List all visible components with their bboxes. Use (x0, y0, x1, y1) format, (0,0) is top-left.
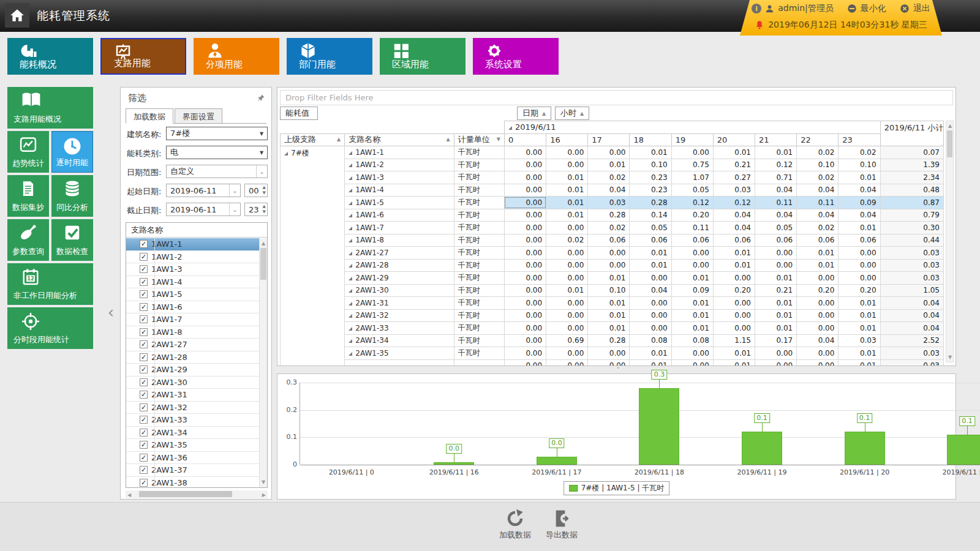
value-cell[interactable]: 0.00 (546, 159, 588, 171)
value-cell[interactable]: 0.00 (504, 159, 546, 171)
subtotal-cell[interactable]: 0.07 (880, 146, 943, 159)
minimize-button[interactable]: 最小化 (861, 3, 886, 14)
subtotal-cell[interactable]: 1.05 (880, 284, 943, 297)
value-cell[interactable]: 0.00 (755, 259, 797, 272)
value-cell[interactable]: 0.01 (839, 347, 880, 360)
value-cell[interactable]: 0.00 (504, 184, 546, 197)
subtotal-cell[interactable]: 2.52 (880, 334, 943, 347)
hour-column-header[interactable]: 22 (797, 133, 839, 146)
value-cell[interactable]: 0.01 (588, 297, 630, 310)
value-cell[interactable]: 0.00 (546, 359, 588, 365)
checkbox-checked-icon[interactable]: ✓ (140, 466, 148, 474)
checkbox-checked-icon[interactable]: ✓ (140, 340, 148, 348)
value-cell[interactable]: 0.02 (588, 222, 630, 234)
scroll-left-icon[interactable]: ◀ (127, 492, 131, 498)
value-cell[interactable]: 0.21 (755, 284, 797, 297)
branch-cell[interactable]: 2AW1-27 (345, 247, 454, 260)
expand-icon[interactable] (349, 151, 352, 155)
scroll-down-icon[interactable]: ▼ (948, 354, 952, 360)
value-cell[interactable]: 0.00 (588, 247, 630, 260)
value-cell[interactable]: 0.04 (755, 184, 797, 197)
subtotal-cell[interactable]: 0.03 (880, 272, 943, 285)
subtotal-cell[interactable]: 0.04 (880, 309, 943, 322)
value-cell[interactable]: 0.28 (588, 209, 630, 222)
value-cell[interactable]: 0.14 (630, 209, 671, 222)
checkbox-checked-icon[interactable]: ✓ (140, 303, 148, 311)
value-cell[interactable]: 0.00 (839, 259, 880, 272)
value-cell[interactable]: 0.02 (797, 146, 839, 159)
expand-icon[interactable] (349, 339, 352, 343)
value-cell[interactable]: 0.00 (504, 146, 546, 159)
value-cell[interactable]: 0.01 (839, 297, 880, 310)
subtotal-cell[interactable]: 0.87 (880, 197, 943, 209)
value-cell[interactable]: 0.04 (588, 184, 630, 197)
value-cell[interactable]: 0.00 (797, 272, 839, 285)
branch-cell[interactable]: 1AW1-5 (345, 197, 454, 209)
branch-cell[interactable]: 2AW1-35 (345, 347, 454, 360)
checkbox-checked-icon[interactable]: ✓ (140, 378, 148, 386)
subtotal-cell[interactable]: 1.39 (880, 159, 943, 171)
expand-icon[interactable] (349, 163, 352, 167)
value-cell[interactable]: 0.01 (546, 284, 588, 297)
sidebar-item-5[interactable]: 同比分析 (51, 175, 93, 217)
branch-list-item[interactable]: ✓2AW1-33 (126, 414, 259, 427)
value-cell[interactable]: 0.06 (755, 234, 797, 247)
branch-list-item[interactable]: ✓2AW1-34 (126, 427, 259, 440)
value-cell[interactable]: 0.01 (755, 297, 797, 310)
branch-list-item[interactable]: ✓2AW1-31 (126, 389, 259, 402)
sidebar-item-6[interactable]: 参数查询 (7, 219, 49, 261)
unit-cell[interactable]: 千瓦时 (454, 234, 504, 247)
value-cell[interactable]: 0.00 (630, 322, 671, 335)
unit-cell[interactable]: 千瓦时 (454, 184, 504, 197)
hour-field-button[interactable]: 小时▲ (555, 107, 589, 120)
nav-tile-1[interactable]: 能耗概况 (7, 38, 93, 75)
value-cell[interactable]: 0.06 (713, 234, 755, 247)
hour-column-header[interactable]: 23 (839, 133, 880, 146)
value-cell[interactable]: 0.05 (671, 184, 713, 197)
value-cell[interactable]: 0.12 (671, 197, 713, 209)
value-cell[interactable]: 0.03 (588, 197, 630, 209)
value-cell[interactable]: 0.01 (755, 309, 797, 322)
parent-column-header[interactable]: 上级支路▲ (281, 133, 345, 146)
value-cell[interactable]: 0.02 (797, 171, 839, 184)
sidebar-item-4[interactable]: 数据集抄 (7, 175, 49, 217)
value-cell[interactable]: 0.02 (839, 146, 880, 159)
value-cell[interactable]: 0.23 (630, 171, 671, 184)
end-hour-stepper[interactable]: 23 ▲▼ (244, 203, 268, 216)
value-cell[interactable]: 0.00 (671, 347, 713, 360)
value-cell[interactable]: 0.01 (546, 209, 588, 222)
value-cell[interactable]: 0.01 (839, 359, 880, 365)
subtotal-cell[interactable]: 0.48 (880, 184, 943, 197)
expand-icon[interactable] (349, 264, 352, 268)
value-cell[interactable]: 0.10 (797, 159, 839, 171)
tab-load-data[interactable]: 加载数据 (126, 108, 173, 124)
value-cell[interactable]: 0.04 (713, 209, 755, 222)
value-cell[interactable]: 0.00 (797, 297, 839, 310)
value-cell[interactable]: 0.00 (630, 309, 671, 322)
value-cell[interactable]: 0.08 (630, 334, 671, 347)
value-cell[interactable]: 0.01 (546, 184, 588, 197)
hour-column-header[interactable]: 19 (671, 133, 713, 146)
branch-cell[interactable]: 2AW1-32 (345, 309, 454, 322)
value-cell[interactable]: 0.00 (630, 297, 671, 310)
subtotal-cell[interactable]: 0.79 (880, 209, 943, 222)
value-cell[interactable]: 0.28 (630, 197, 671, 209)
value-cell[interactable]: 0.00 (546, 259, 588, 272)
branch-list-vscrollbar[interactable]: ▲ ▼ (259, 238, 267, 487)
branch-list-item[interactable]: ✓1AW1-4 (126, 276, 259, 289)
branch-list-item[interactable]: ✓1AW1-5 (126, 288, 259, 301)
close-icon[interactable] (900, 4, 910, 13)
expand-icon[interactable] (349, 227, 352, 230)
value-cell[interactable]: 0.20 (839, 284, 880, 297)
scroll-up-icon[interactable]: ▲ (948, 123, 952, 129)
value-cell[interactable]: 0.12 (755, 159, 797, 171)
checkbox-checked-icon[interactable]: ✓ (140, 416, 148, 424)
value-cell[interactable]: 0.04 (755, 209, 797, 222)
pin-icon[interactable] (257, 94, 265, 102)
branch-list-hscrollbar[interactable]: ◀ ▶ (126, 490, 268, 498)
value-cell[interactable]: 0.01 (755, 146, 797, 159)
value-cell[interactable]: 0.71 (755, 171, 797, 184)
value-cell[interactable]: 0.11 (671, 222, 713, 234)
chart-bar[interactable] (639, 388, 679, 465)
sidebar-item-1[interactable]: 支路用能概况 (7, 87, 93, 129)
